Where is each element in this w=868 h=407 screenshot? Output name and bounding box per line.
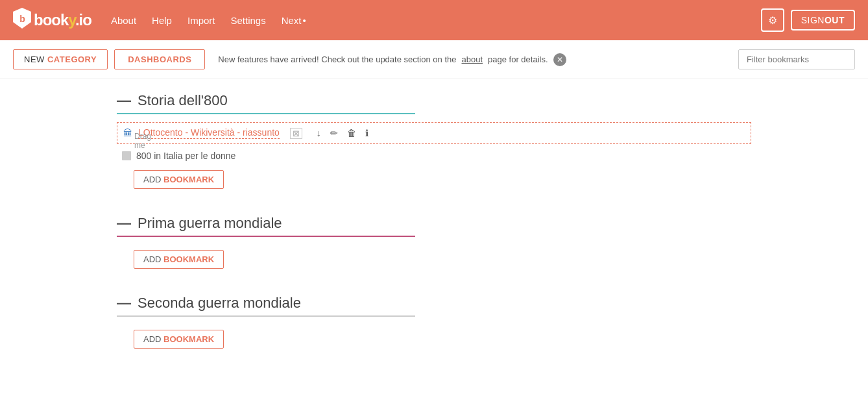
header: b booky.io About Help Import Settings Ne…	[0, 0, 868, 40]
bookmark-item: 🏛 LOttocento - Wikiversità - riassunto ⊠…	[117, 122, 751, 144]
add-bookmark-button-prima[interactable]: ADD BOOKMARK	[134, 250, 224, 269]
category-prima-guerra: — Prima guerra mondiale ADD BOOKMARK	[117, 215, 751, 269]
gear-button[interactable]: ⚙	[761, 8, 784, 32]
header-left: b booky.io About Help Import Settings Ne…	[13, 8, 306, 33]
bookmark-favicon: 🏛	[123, 128, 133, 138]
nav-settings[interactable]: Settings	[230, 15, 265, 26]
nav-about[interactable]: About	[111, 15, 136, 26]
svg-text:b: b	[19, 14, 25, 24]
new-category-prefix: NEW	[24, 55, 47, 64]
bookmark-item: 800 in Italia per le donne	[117, 147, 751, 165]
add-bold: BOOKMARK	[163, 175, 214, 184]
notification-suffix: page for details.	[488, 55, 548, 64]
bookmark-actions: ↓ ✏ 🗑 ℹ	[314, 127, 371, 140]
notification-text: New features have arrived! Check out the…	[218, 55, 456, 64]
add-prefix: ADD	[143, 175, 163, 184]
nav-next[interactable]: Next•	[282, 15, 306, 26]
dashboards-button[interactable]: DASHBOARDS	[114, 49, 205, 69]
category-storia800: — Storia dell'800 🏛 LOttocento - Wikiver…	[117, 92, 751, 189]
gear-icon: ⚙	[768, 14, 777, 27]
nav-import[interactable]: Import	[187, 15, 215, 26]
add-bookmark-button-seconda[interactable]: ADD BOOKMARK	[134, 330, 224, 349]
category-storia800-underline	[117, 113, 415, 114]
signout-button[interactable]: SIGNOUT	[791, 10, 855, 31]
new-category-button[interactable]: NEW CATEGORY	[13, 49, 108, 69]
header-right: ⚙ SIGNOUT	[761, 8, 855, 32]
close-square-icon[interactable]: ⊠	[290, 128, 302, 139]
edit-icon[interactable]: ✏	[328, 127, 341, 140]
add-prefix: ADD	[143, 254, 163, 264]
category-dash-icon: —	[117, 216, 131, 230]
logo-text: booky.io	[34, 11, 91, 29]
signout-label: SIGN	[801, 15, 825, 25]
category-seconda-guerra-header: — Seconda guerra mondiale	[117, 295, 751, 312]
filter-input[interactable]	[738, 49, 855, 69]
bookmark-link[interactable]: LOttocento - Wikiversità - riassunto	[138, 127, 280, 139]
info-icon[interactable]: ℹ	[363, 127, 371, 140]
category-dash-icon: —	[117, 93, 131, 108]
main-content: — Storia dell'800 🏛 LOttocento - Wikiver…	[0, 79, 868, 388]
nav-help[interactable]: Help	[152, 15, 172, 26]
main-nav: About Help Import Settings Next•	[111, 15, 306, 26]
bookmark-title-static: 800 in Italia per le donne	[136, 151, 235, 161]
close-icon: ✕	[557, 55, 563, 64]
toolbar: NEW CATEGORY DASHBOARDS New features hav…	[0, 40, 868, 79]
logo-icon: b	[13, 8, 31, 29]
category-seconda-guerra-underline	[117, 315, 415, 317]
add-prefix: ADD	[143, 334, 163, 344]
new-category-bold: CATEGORY	[47, 55, 97, 64]
bookmark-favicon-img	[122, 151, 131, 160]
add-bookmark-button-storia[interactable]: ADD BOOKMARK	[134, 170, 224, 189]
category-storia800-header: — Storia dell'800	[117, 92, 751, 109]
category-prima-guerra-underline	[117, 236, 415, 237]
close-notification-button[interactable]: ✕	[553, 53, 566, 66]
download-icon[interactable]: ↓	[314, 127, 324, 140]
delete-icon[interactable]: 🗑	[344, 127, 359, 140]
logo[interactable]: b booky.io	[13, 8, 91, 33]
category-prima-guerra-header: — Prima guerra mondiale	[117, 215, 751, 232]
category-seconda-guerra-title: Seconda guerra mondiale	[138, 295, 301, 312]
notification-bar: New features have arrived! Check out the…	[218, 53, 732, 66]
category-seconda-guerra: — Seconda guerra mondiale ADD BOOKMARK	[117, 295, 751, 349]
notification-link[interactable]: about	[461, 55, 483, 64]
category-dash-icon: —	[117, 296, 131, 310]
add-bold: BOOKMARK	[163, 334, 214, 344]
category-storia800-title: Storia dell'800	[138, 92, 228, 109]
category-prima-guerra-title: Prima guerra mondiale	[138, 215, 282, 232]
add-bold: BOOKMARK	[163, 254, 214, 264]
signout-out: OUT	[825, 15, 845, 25]
